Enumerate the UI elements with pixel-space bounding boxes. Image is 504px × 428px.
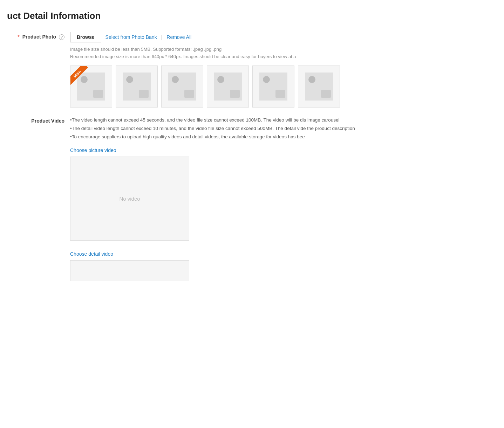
video-bullet-2: •The detail video length cannot exceed 1… (70, 124, 414, 133)
photo-hint: Image file size should be less than 5MB.… (70, 46, 414, 61)
video-bullet-3: •To encourage suppliers to upload high q… (70, 133, 414, 141)
photo-grid: Main (70, 65, 414, 108)
choose-picture-video-label[interactable]: Choose picture video (70, 147, 414, 153)
choose-detail-video-label[interactable]: Choose detail video (70, 251, 414, 257)
photo-thumb-inner-3 (168, 73, 196, 101)
product-video-row: Product Video •The video length cannot e… (7, 116, 414, 282)
help-icon[interactable]: ? (59, 34, 64, 40)
photo-thumb-inner-5 (259, 73, 287, 101)
main-ribbon: Main (70, 66, 91, 87)
photo-thumb-6[interactable] (298, 65, 340, 108)
video-bullet-1: •The video length cannot exceed 45 secon… (70, 116, 414, 124)
photo-thumb-5[interactable] (252, 65, 294, 108)
product-photo-content: Browse Select from Photo Bank | Remove A… (70, 32, 414, 108)
no-video-text: No video (119, 196, 140, 202)
video-placeholder[interactable]: No video (70, 157, 189, 241)
page-container: uct Detail Information * Product Photo ?… (0, 0, 421, 304)
select-from-photo-bank-link[interactable]: Select from Photo Bank (105, 34, 157, 40)
detail-video-placeholder[interactable] (70, 260, 189, 281)
photo-thumb-2[interactable] (116, 65, 158, 108)
video-description: •The video length cannot exceed 45 secon… (70, 116, 414, 141)
photo-thumb-3[interactable] (161, 65, 203, 108)
photo-thumb-inner-2 (123, 73, 151, 101)
photo-thumb-main[interactable]: Main (70, 65, 112, 108)
separator: | (161, 34, 163, 40)
remove-all-link[interactable]: Remove All (166, 34, 191, 40)
required-star: * (18, 34, 19, 40)
product-photo-row: * Product Photo ? Browse Select from Pho… (7, 32, 414, 108)
browse-button[interactable]: Browse (70, 32, 101, 42)
photo-thumb-inner-6 (305, 73, 333, 101)
product-video-label: Product Video (7, 116, 70, 124)
product-video-content: •The video length cannot exceed 45 secon… (70, 116, 414, 282)
product-photo-label: * Product Photo ? (7, 32, 70, 40)
photo-controls: Browse Select from Photo Bank | Remove A… (70, 32, 414, 42)
photo-thumb-4[interactable] (207, 65, 249, 108)
photo-thumb-inner-4 (214, 73, 242, 101)
page-title: uct Detail Information (7, 11, 414, 21)
